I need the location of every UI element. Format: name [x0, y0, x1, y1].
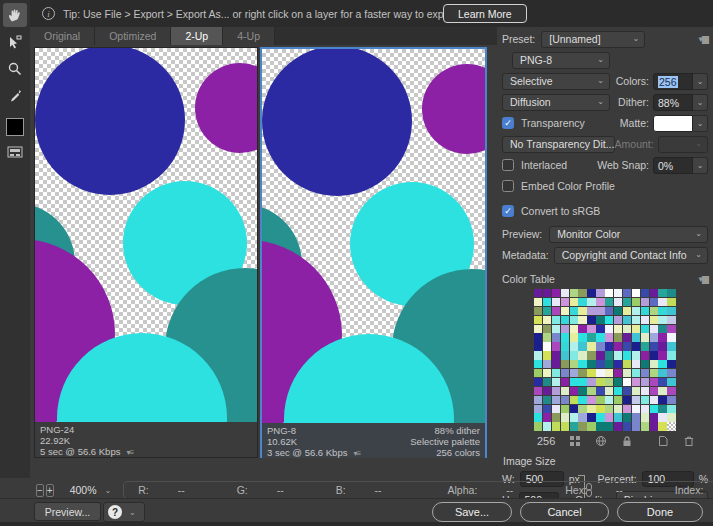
color-swatch[interactable]: [658, 325, 666, 333]
optimized-preview-image[interactable]: [262, 49, 485, 423]
color-swatch[interactable]: [667, 351, 675, 359]
color-swatch[interactable]: [552, 378, 560, 386]
transparency-checkbox[interactable]: ✓: [502, 117, 514, 129]
color-swatch[interactable]: [605, 333, 613, 341]
color-swatch[interactable]: [587, 289, 595, 297]
color-swatch[interactable]: [552, 387, 560, 395]
done-button[interactable]: Done: [617, 502, 703, 522]
color-swatch[interactable]: [596, 342, 604, 350]
zoom-level-select[interactable]: 400% ⌄: [62, 482, 112, 498]
color-swatch[interactable]: [570, 360, 578, 368]
color-swatch[interactable]: [650, 396, 658, 404]
tab-optimized[interactable]: Optimized: [95, 27, 171, 45]
color-swatch[interactable]: [543, 298, 551, 306]
transparency-dither-select[interactable]: No Transparency Dit...⌄: [502, 136, 615, 153]
color-swatch[interactable]: [623, 413, 631, 421]
eyedropper-tool-icon[interactable]: [3, 84, 27, 108]
color-swatch[interactable]: [543, 333, 551, 341]
new-color-icon[interactable]: [657, 435, 669, 447]
tab-2-up[interactable]: 2-Up: [171, 27, 223, 45]
color-swatch[interactable]: [561, 289, 569, 297]
color-swatch[interactable]: [570, 369, 578, 377]
matte-stepper[interactable]: ⌄: [693, 115, 708, 132]
color-swatch[interactable]: [534, 369, 542, 377]
color-swatch[interactable]: [552, 342, 560, 350]
color-swatch[interactable]: [587, 422, 595, 430]
interlaced-checkbox[interactable]: [502, 159, 514, 171]
color-swatch[interactable]: [578, 360, 586, 368]
color-swatch[interactable]: [650, 298, 658, 306]
color-swatch[interactable]: [658, 396, 666, 404]
color-swatch[interactable]: [561, 342, 569, 350]
color-swatch[interactable]: [561, 387, 569, 395]
color-swatch[interactable]: [570, 342, 578, 350]
color-swatch[interactable]: [667, 369, 675, 377]
color-swatch[interactable]: [658, 333, 666, 341]
color-swatch[interactable]: [587, 333, 595, 341]
color-swatch[interactable]: [623, 316, 631, 324]
color-swatch[interactable]: [534, 325, 542, 333]
color-swatch[interactable]: [561, 333, 569, 341]
color-swatch[interactable]: [632, 289, 640, 297]
color-swatch[interactable]: [614, 413, 622, 421]
color-swatch[interactable]: [614, 333, 622, 341]
color-swatch[interactable]: [587, 351, 595, 359]
color-swatch[interactable]: [561, 316, 569, 324]
color-swatch[interactable]: [641, 325, 649, 333]
color-swatch[interactable]: [543, 405, 551, 413]
color-swatch[interactable]: [587, 325, 595, 333]
color-swatch[interactable]: [578, 369, 586, 377]
color-swatch[interactable]: [658, 360, 666, 368]
preview-in-browser-button[interactable]: Preview...: [34, 502, 101, 521]
color-swatch[interactable]: [534, 333, 542, 341]
color-swatch[interactable]: [623, 405, 631, 413]
color-swatch[interactable]: [614, 307, 622, 315]
color-swatch[interactable]: [596, 360, 604, 368]
color-swatch[interactable]: [641, 316, 649, 324]
color-swatch[interactable]: [632, 396, 640, 404]
color-swatch[interactable]: [552, 307, 560, 315]
color-swatch[interactable]: [623, 369, 631, 377]
color-swatch[interactable]: [614, 378, 622, 386]
dither-input[interactable]: 88%: [653, 94, 693, 111]
toggle-slices-icon[interactable]: [3, 140, 27, 164]
color-swatch[interactable]: [658, 378, 666, 386]
color-swatch[interactable]: [658, 369, 666, 377]
color-swatch[interactable]: [534, 316, 542, 324]
color-swatch[interactable]: [534, 378, 542, 386]
color-swatch[interactable]: [641, 333, 649, 341]
color-swatch[interactable]: [596, 289, 604, 297]
save-button[interactable]: Save...: [432, 502, 512, 522]
color-reduction-select[interactable]: Selective⌄: [502, 73, 610, 90]
color-swatch[interactable]: [650, 307, 658, 315]
color-swatch[interactable]: [534, 360, 542, 368]
color-swatch[interactable]: [605, 378, 613, 386]
color-swatch[interactable]: [650, 360, 658, 368]
color-swatch[interactable]: [561, 351, 569, 359]
color-swatch[interactable]: [658, 387, 666, 395]
color-swatch[interactable]: [632, 307, 640, 315]
color-swatch[interactable]: [605, 369, 613, 377]
color-swatch[interactable]: [552, 351, 560, 359]
color-swatch[interactable]: [543, 316, 551, 324]
color-swatch[interactable]: [578, 333, 586, 341]
color-swatch[interactable]: [596, 325, 604, 333]
color-swatch[interactable]: [632, 333, 640, 341]
color-swatch[interactable]: [650, 405, 658, 413]
preview-select[interactable]: Monitor Color⌄: [549, 226, 708, 243]
color-swatch[interactable]: [570, 316, 578, 324]
color-swatch[interactable]: [534, 396, 542, 404]
color-swatch[interactable]: [641, 360, 649, 368]
color-swatch[interactable]: [632, 351, 640, 359]
color-swatch[interactable]: [552, 360, 560, 368]
color-swatch[interactable]: [570, 325, 578, 333]
color-table-grid[interactable]: [534, 289, 676, 431]
color-swatch[interactable]: [623, 298, 631, 306]
browser-select[interactable]: ? ⌄: [103, 502, 145, 522]
color-swatch[interactable]: [658, 316, 666, 324]
color-swatch[interactable]: [534, 289, 542, 297]
color-swatch[interactable]: [667, 316, 675, 324]
color-swatch[interactable]: [667, 413, 675, 421]
color-swatch[interactable]: [578, 422, 586, 430]
zoom-tool-icon[interactable]: [3, 57, 27, 81]
